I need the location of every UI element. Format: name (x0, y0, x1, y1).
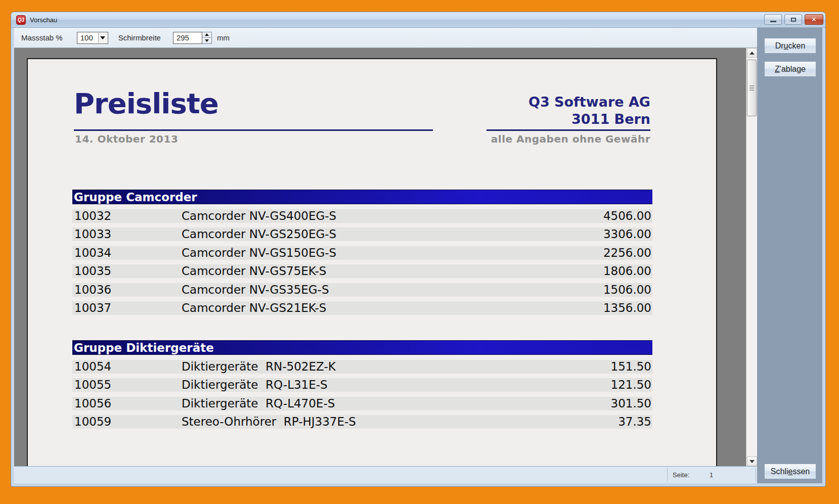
table-row: 10033Camcorder NV-GS250EG-S3306.00 (72, 227, 652, 241)
window-title: Vorschau (30, 16, 57, 24)
article-price: 1806.00 (603, 264, 651, 278)
price-group: Gruppe Camcorder10032Camcorder NV-GS400E… (72, 190, 652, 315)
article-number: 10059 (74, 415, 111, 429)
table-row: 10037Camcorder NV-GS21EK-S1356.00 (72, 301, 652, 315)
scale-value: 100 (77, 33, 93, 42)
titlebar[interactable]: Q3 Vorschau ✕ (11, 12, 825, 28)
close-button-mnemonic: e (788, 467, 792, 476)
statusbar-divider (756, 468, 756, 482)
clipboard-button-label: 'ablage (780, 65, 806, 74)
arrow-down-icon (205, 39, 209, 42)
clipboard-button[interactable]: Z'ablage (764, 61, 816, 77)
table-row: 10055Diktiergeräte RQ-L31E-S121.50 (72, 378, 652, 392)
close-window-button[interactable]: ✕ (805, 14, 823, 25)
document-viewport: Preisliste Q3 Software AG 3011 Bern 14. … (14, 48, 746, 466)
scroll-up-icon (749, 52, 755, 55)
close-button-label-end: ssen (792, 467, 810, 476)
table-row: 10059Stereo-Ohrhörer RP-HJ337E-S37.35 (72, 415, 652, 429)
article-description: Camcorder NV-GS400EG-S (182, 209, 336, 223)
article-number: 10035 (74, 264, 111, 278)
article-price: 1506.00 (603, 283, 651, 297)
article-description: Stereo-Ohrhörer RP-HJ337E-S (182, 415, 356, 429)
company-block: Q3 Software AG 3011 Bern (528, 94, 650, 128)
document-title: Preisliste (74, 87, 218, 120)
close-button[interactable]: Schliessen (764, 464, 816, 479)
table-row: 10035Camcorder NV-GS75EK-S1806.00 (72, 264, 652, 278)
scrollbar-thumb[interactable] (747, 60, 757, 116)
article-price: 3306.00 (603, 227, 651, 241)
stepper-down-button[interactable] (202, 37, 211, 43)
article-number: 10036 (74, 283, 111, 297)
vertical-scrollbar[interactable] (746, 48, 757, 466)
scale-label: Massstab % (21, 33, 63, 42)
scale-dropdown[interactable]: 100 (77, 32, 108, 44)
header-rule-right (487, 129, 650, 131)
maximize-button[interactable] (784, 14, 802, 25)
maximize-icon (791, 18, 796, 22)
article-price: 121.50 (611, 378, 651, 392)
article-price: 2256.00 (603, 246, 651, 260)
close-button-label: Schli (771, 467, 788, 476)
minimize-button[interactable] (764, 14, 782, 25)
table-row: 10056Diktiergeräte RQ-L470E-S301.50 (72, 397, 652, 410)
table-row: 10032Camcorder NV-GS400EG-S4506.00 (72, 209, 652, 223)
article-price: 4506.00 (603, 209, 651, 223)
price-table: Gruppe Camcorder10032Camcorder NV-GS400E… (72, 190, 652, 454)
company-name: Q3 Software AG (528, 94, 650, 111)
scroll-down-icon (749, 460, 755, 463)
page-number: 1 (710, 471, 713, 479)
stepper-up-button[interactable] (202, 32, 211, 38)
article-price: 37.35 (618, 415, 651, 429)
article-description: Camcorder NV-GS150EG-S (182, 246, 336, 260)
table-row: 10034Camcorder NV-GS150EG-S2256.00 (72, 246, 652, 260)
article-number: 10054 (74, 360, 111, 374)
print-button-label: Dr (775, 41, 784, 51)
print-button-mnemonic: u (784, 41, 788, 51)
screen-width-stepper (202, 32, 212, 44)
article-description: Camcorder NV-GS250EG-S (182, 227, 336, 241)
group-header: Gruppe Camcorder (72, 190, 652, 204)
article-number: 10055 (74, 378, 111, 392)
minimize-icon (770, 21, 776, 22)
article-number: 10032 (74, 209, 111, 223)
toolbar: Massstab % 100 Schirmbreite 295 mm (14, 28, 757, 48)
arrow-up-icon (205, 33, 209, 36)
article-number: 10037 (74, 301, 111, 315)
header-rule-left (74, 129, 433, 131)
article-description: Camcorder NV-GS21EK-S (182, 301, 326, 315)
article-description: Camcorder NV-GS75EK-S (182, 264, 326, 278)
document-date: 14. Oktober 2013 (75, 133, 178, 145)
statusbar-divider (667, 468, 668, 482)
article-price: 301.50 (611, 397, 651, 410)
article-description: Diktiergeräte RQ-L470E-S (182, 397, 335, 410)
side-panel: Drucken Z'ablage Schliessen (757, 28, 822, 483)
page-label: Seite: (673, 471, 689, 479)
company-city: 3011 Bern (528, 111, 650, 128)
scroll-up-button[interactable] (747, 48, 757, 58)
article-price: 151.50 (611, 360, 651, 374)
preview-window: Q3 Vorschau ✕ Massstab % 100 Schirmbreit… (11, 12, 825, 486)
article-description: Diktiergeräte RN-502EZ-K (182, 360, 336, 374)
scroll-down-button[interactable] (747, 456, 757, 466)
unit-label: mm (217, 33, 230, 42)
app-icon: Q3 (16, 15, 26, 25)
table-row: 10036Camcorder NV-GS35EG-S1506.00 (72, 283, 652, 297)
clipboard-button-mnemonic: Z (775, 65, 780, 74)
scale-dropdown-arrow[interactable] (98, 33, 107, 43)
article-description: Camcorder NV-GS35EG-S (182, 283, 329, 297)
group-header: Gruppe Diktiergeräte (72, 340, 652, 355)
scrollbar-grip-icon (749, 85, 754, 90)
article-number: 10056 (74, 397, 111, 410)
print-button[interactable]: Drucken (764, 38, 816, 54)
price-group: Gruppe Diktiergeräte10054Diktiergeräte R… (72, 340, 652, 429)
screen-width-input[interactable]: 295 (173, 32, 202, 44)
close-icon: ✕ (811, 16, 817, 23)
article-description: Diktiergeräte RQ-L31E-S (182, 378, 328, 392)
article-number: 10034 (74, 246, 111, 260)
chevron-down-icon (100, 36, 105, 39)
status-bar: Seite: 1 (14, 466, 757, 483)
print-button-label-end: cken (788, 41, 806, 51)
article-number: 10033 (74, 227, 111, 241)
document-page: Preisliste Q3 Software AG 3011 Bern 14. … (27, 58, 717, 466)
table-row: 10054Diktiergeräte RN-502EZ-K151.50 (72, 360, 652, 374)
